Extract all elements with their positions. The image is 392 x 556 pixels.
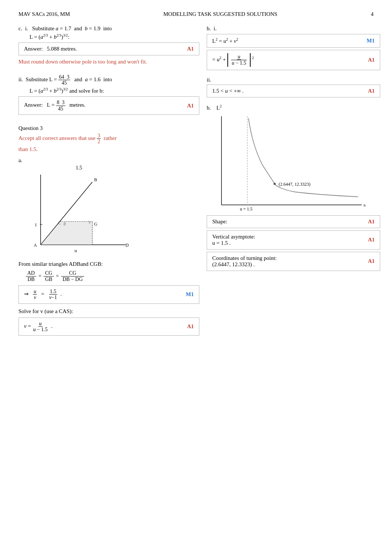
b-graph-container: u u = 1.5 [207, 113, 380, 214]
svg-text:u: u [75, 248, 77, 253]
eq2-box: ⇒ uv = 1.5v−1 . M1 [18, 285, 199, 304]
asymptote-mark: A1 [368, 237, 375, 243]
question3-header: Question 3 Accept all correct answers th… [18, 125, 199, 154]
graph-15-label: 1.5 [76, 165, 82, 171]
turning-point-val: (2.6447, 12.3323) . [212, 261, 255, 267]
svg-text:u: u [364, 202, 365, 207]
svg-text:B: B [94, 177, 97, 182]
shape-mark: A1 [368, 219, 375, 225]
page-number: 4 [371, 11, 374, 17]
c-i-mark: A1 [187, 46, 194, 52]
page-header: MAV SACs 2016, MM MODELLING TASK SUGGEST… [18, 11, 374, 17]
eq1-box: L2 = u2 + v2 M1 [207, 34, 380, 48]
c-i-answer: Answer: 5.088 metres. [24, 46, 77, 52]
q3-label: Question 3 [18, 125, 199, 131]
q3-note: Accept all correct answers that use 32 r… [18, 133, 199, 154]
c-ii-label: ii. Substitute L = 64 345 and a = 1.6 in… [18, 74, 199, 86]
c-ii-formula: L = (a2/3 + b2/3)3/2 and solve for b: [30, 87, 199, 94]
turning-point-box: Coordinates of turning point: (2.6447, 1… [207, 252, 380, 271]
a-graph-svg: u A D B C θ G [18, 171, 129, 260]
eq1-mark: M1 [367, 38, 375, 44]
shape-box: Shape: A1 [207, 215, 380, 228]
c-i-answer-box: Answer: 5.088 metres. A1 [18, 42, 199, 55]
svg-text:A: A [34, 243, 37, 248]
b-ii-section: ii. 1.5 < u < +∞ . A1 [207, 77, 380, 97]
header-left: MAV SACs 2016, MM [18, 11, 70, 17]
eq2-mark-right: A1 [368, 57, 375, 63]
b-ii-label: ii. [207, 77, 380, 83]
asymptote-box: Vertical asymptote: u = 1.5 . A1 [207, 230, 380, 250]
page: MAV SACs 2016, MM MODELLING TASK SUGGEST… [0, 0, 392, 349]
a-section: a. 1.5 u [18, 157, 199, 336]
eq3-box-right: 1.5 < u < +∞ . A1 [207, 85, 380, 97]
similar-triangles: From similar triangles ADBand CGB: [18, 261, 199, 267]
main-content: c. i. Substitute a = 1.7 and b = 1.9 int… [18, 24, 374, 338]
svg-marker-15 [41, 222, 92, 245]
b-graph-section: b. L2 u u = 1.5 [207, 104, 380, 214]
b-graph-svg: u u = 1.5 [207, 113, 365, 212]
c-i-formula: L = (a2/3 + b2/3)3/2: [30, 33, 199, 40]
c-ii-mark: A1 [187, 103, 194, 109]
b-label: b. L2 [207, 104, 380, 111]
right-column: b. i. L2 = u2 + v2 M1 = u2 + uu − 1.5 [199, 24, 380, 338]
solve-label: Solve for v (use a CAS): [18, 308, 199, 315]
eq3-mark-right: A1 [368, 88, 375, 94]
vert-asymptote-label: Vertical asymptote: [212, 234, 255, 240]
vert-asymptote-val: u = 1.5 . [212, 240, 231, 246]
svg-text:(2.6447,  12.3323): (2.6447, 12.3323) [279, 182, 310, 187]
svg-text:D: D [125, 243, 129, 248]
left-column: c. i. Substitute a = 1.7 and b = 1.9 int… [18, 24, 199, 338]
header-center: MODELLING TASK SUGGESTED SOLUTIONS [164, 11, 278, 17]
turning-point-label: Coordinates of turning point: [212, 255, 277, 261]
b-i-label: b. i. [207, 25, 380, 32]
shape-label: Shape: [212, 219, 227, 225]
svg-text:u = 1.5: u = 1.5 [240, 206, 252, 212]
c-ii-answer-box: Answer: L = 8 345 metres. A1 [18, 96, 199, 115]
eq3-box: v = uu − 1.5 . A1 [18, 318, 199, 336]
svg-text:G: G [94, 222, 97, 227]
turning-point-mark: A1 [368, 258, 375, 264]
c-i-note: Must round down otherwise pole is too lo… [18, 58, 199, 66]
c-ii-answer: Answer: L = 8 345 metres. [24, 100, 86, 111]
eq2-mark: M1 [186, 291, 194, 298]
c-i-label: c. i. Substitute a = 1.7 and b = 1.9 int… [18, 25, 199, 32]
eq3-mark: A1 [187, 323, 194, 330]
c-ii-section: ii. Substitute L = 64 345 and a = 1.6 in… [18, 74, 199, 115]
a-label: a. [18, 157, 199, 164]
c-i-section: c. i. Substitute a = 1.7 and b = 1.9 int… [18, 25, 199, 66]
eq2-box-right: = u2 + uu − 1.5 2 A1 [207, 50, 380, 70]
eq-similar: AD = CG = CG DB GB DB − DG [26, 270, 199, 282]
svg-text:1: 1 [35, 222, 37, 227]
b-i-section: b. i. L2 = u2 + v2 M1 = u2 + uu − 1.5 [207, 25, 380, 271]
svg-point-21 [274, 183, 276, 185]
